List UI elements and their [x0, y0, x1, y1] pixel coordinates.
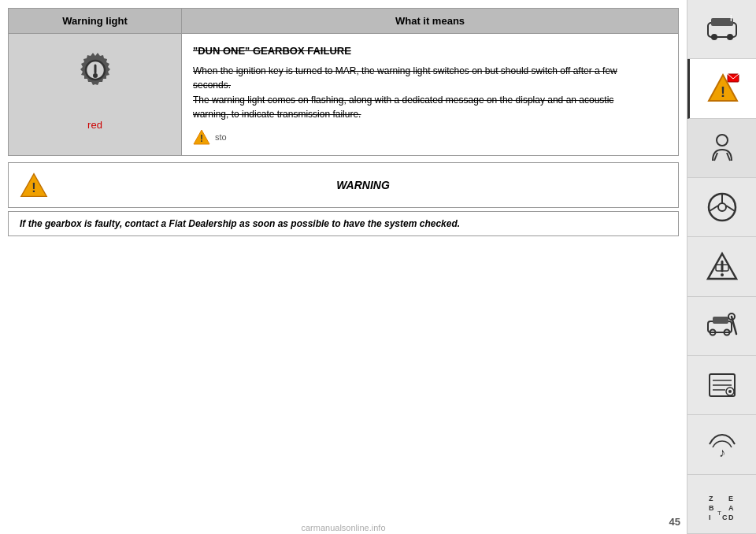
- warning-box: ! WARNING: [8, 162, 679, 208]
- svg-text:B: B: [709, 504, 714, 512]
- svg-text:!: !: [721, 84, 725, 100]
- steering-wheel-icon: [705, 190, 739, 224]
- svg-text:E: E: [728, 495, 733, 502]
- description-text: When the ignition key is turned to MAR, …: [193, 65, 617, 121]
- svg-text:i: i: [730, 14, 732, 23]
- col-header-what-it-means: What it means: [182, 9, 679, 34]
- advisory-box: If the gearbox is faulty, contact a Fiat…: [8, 211, 679, 236]
- svg-point-9: [727, 34, 733, 40]
- person-icon: [705, 131, 739, 165]
- svg-text:I: I: [709, 514, 711, 521]
- sidebar-item-index[interactable]: Z E B A I C D T: [687, 475, 756, 534]
- main-content: Warning light What it means: [0, 0, 687, 534]
- svg-point-2: [94, 75, 96, 77]
- svg-text:!: !: [200, 133, 203, 144]
- sidebar-item-service[interactable]: [687, 297, 756, 356]
- small-warning-icon: !: [193, 128, 210, 146]
- right-sidebar: i !: [687, 0, 756, 534]
- svg-point-19: [718, 203, 726, 211]
- gear-icon-container: red: [17, 50, 173, 131]
- svg-text:Z: Z: [709, 495, 713, 502]
- advisory-text: If the gearbox is faulty, contact a Fiat…: [20, 218, 460, 229]
- svg-point-15: [717, 135, 728, 146]
- car-info-icon: i: [705, 12, 739, 46]
- sidebar-item-settings[interactable]: [687, 356, 756, 415]
- svg-point-8: [711, 34, 717, 40]
- svg-text:T: T: [717, 510, 721, 517]
- sidebar-item-steering[interactable]: [687, 178, 756, 237]
- service-icon: [705, 309, 739, 343]
- svg-line-22: [726, 206, 735, 211]
- svg-text:A: A: [728, 504, 734, 512]
- watermark: carmanualsonline.info: [0, 523, 687, 532]
- media-icon: ♪: [705, 427, 739, 462]
- sidebar-item-maintenance[interactable]: [687, 119, 756, 178]
- what-it-means-cell: "DUN ONE" GEARBOX FAILURE When the ignit…: [182, 34, 679, 156]
- sidebar-item-warning-lights[interactable]: !: [687, 59, 756, 118]
- index-icon: Z E B A I C D T: [705, 487, 739, 521]
- hazard-icon: [705, 249, 739, 284]
- warning-triangle-icon: !: [20, 171, 48, 199]
- svg-text:D: D: [728, 514, 734, 521]
- svg-rect-30: [713, 317, 728, 324]
- settings-list-icon: [705, 368, 739, 402]
- sidebar-item-car-info[interactable]: i: [687, 0, 756, 59]
- svg-point-38: [728, 390, 732, 393]
- warning-lights-icon: !: [706, 71, 740, 106]
- svg-line-21: [710, 206, 718, 211]
- svg-text:♪: ♪: [719, 446, 725, 459]
- col-header-warning-light: Warning light: [9, 9, 182, 34]
- warning-light-cell: red: [9, 34, 182, 156]
- warning-table: Warning light What it means: [8, 8, 679, 156]
- svg-text:!: !: [32, 180, 35, 195]
- warning-title: WARNING: [59, 179, 667, 191]
- svg-point-25: [721, 273, 724, 276]
- small-icon-row: ! sto: [193, 128, 667, 146]
- sidebar-item-media[interactable]: ♪: [687, 415, 756, 474]
- sidebar-item-hazard[interactable]: [687, 237, 756, 296]
- failure-title: "DUN ONE" GEARBOX FAILURE: [193, 43, 667, 59]
- gear-warning-icon: [64, 50, 127, 113]
- svg-text:C: C: [722, 514, 728, 521]
- color-label: red: [87, 119, 102, 131]
